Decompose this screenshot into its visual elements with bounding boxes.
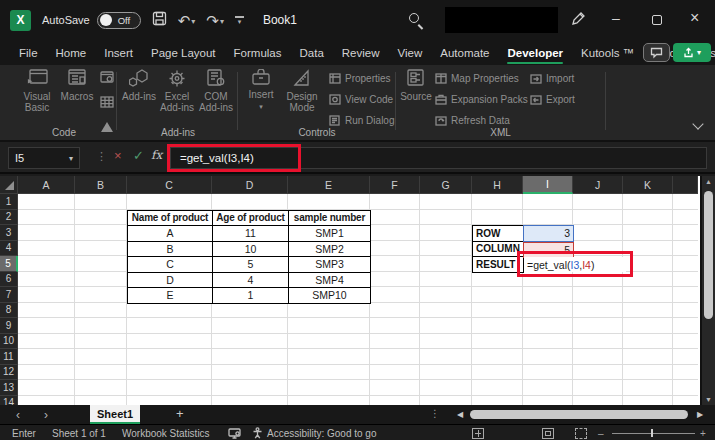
row-header-6[interactable]: 6 <box>0 272 18 288</box>
row-header-7[interactable]: 7 <box>0 287 18 303</box>
column-header-j[interactable]: J <box>573 176 623 194</box>
table-cell[interactable]: E <box>128 288 213 304</box>
tab-data[interactable]: Data <box>291 40 333 65</box>
zoom-slider[interactable] <box>612 433 695 434</box>
table-cell[interactable]: 1 <box>213 288 289 304</box>
column-header-e[interactable]: E <box>288 176 370 194</box>
normal-view-icon[interactable] <box>472 425 484 440</box>
customize-quick-access-icon[interactable]: ▾ <box>235 16 244 24</box>
enter-icon[interactable]: ✓ <box>133 148 144 163</box>
scroll-up-icon[interactable]: ▲ <box>702 178 715 185</box>
lookup-label-column[interactable]: COLUMN <box>472 241 524 258</box>
column-header-f[interactable]: F <box>370 176 420 194</box>
export-button[interactable]: Export <box>530 94 575 105</box>
design-mode-button[interactable]: Design Mode <box>281 69 323 113</box>
share-button[interactable]: ▾ <box>673 43 711 62</box>
table-header-cell[interactable]: Name of product <box>128 211 213 227</box>
record-macro-icon[interactable] <box>100 69 114 87</box>
macros-button[interactable]: Macros <box>58 69 96 102</box>
map-properties-button[interactable]: Map Properties <box>435 73 519 84</box>
scroll-down-icon[interactable]: ▼ <box>702 396 715 403</box>
visual-basic-button[interactable]: Visual Basic <box>16 69 58 113</box>
excel-addins-button[interactable]: Excel Add-ins <box>158 69 196 113</box>
row-header-10[interactable]: 10 <box>0 334 18 350</box>
scroll-left-icon[interactable]: ◀ <box>457 410 463 419</box>
row-header-3[interactable]: 3 <box>0 225 18 241</box>
autosave-toggle[interactable]: Off <box>97 12 141 29</box>
table-cell[interactable]: SMP4 <box>289 273 371 289</box>
select-all-corner[interactable] <box>0 176 18 194</box>
display-settings-icon[interactable] <box>228 425 241 440</box>
expansion-packs-button[interactable]: Expansion Packs <box>435 94 528 105</box>
table-cell[interactable]: 4 <box>213 273 289 289</box>
tab-page-layout[interactable]: Page Layout <box>142 40 225 65</box>
run-dialog-button[interactable]: Run Dialog <box>329 115 394 126</box>
table-cell[interactable]: 5 <box>213 257 289 273</box>
horizontal-scroll-thumb[interactable] <box>470 410 688 419</box>
column-header-h[interactable]: H <box>472 176 523 194</box>
properties-button[interactable]: Properties <box>329 73 391 84</box>
close-button[interactable]: × <box>690 9 699 27</box>
tab-sheet1[interactable]: Sheet1 <box>90 405 140 424</box>
table-cell[interactable]: 10 <box>213 242 289 258</box>
spreadsheet-grid[interactable]: ABCDEFGHIJK1234567891011121314 Name of p… <box>0 176 715 405</box>
tab-automate[interactable]: Automate <box>431 40 498 65</box>
column-header-a[interactable]: A <box>18 176 75 194</box>
table-cell[interactable]: D <box>128 273 213 289</box>
accessibility-status[interactable]: Accessibility: Good to go <box>267 425 377 440</box>
tab-home[interactable]: Home <box>47 40 96 65</box>
cell-i5-formula-edit[interactable]: =get_val(I3,I4) <box>524 257 626 272</box>
tab-file[interactable]: File <box>10 40 47 65</box>
insert-function-icon[interactable]: fx <box>151 148 162 162</box>
cell-i4-column-value[interactable]: 5 <box>523 242 574 259</box>
table-cell[interactable]: C <box>128 257 213 273</box>
redo-dropdown-icon[interactable]: ▾ <box>220 18 224 26</box>
lookup-label-row[interactable]: ROW <box>472 225 524 242</box>
insert-control-button[interactable]: Insert ▾ <box>243 69 279 111</box>
name-box-dropdown-icon[interactable]: ▾ <box>69 154 73 163</box>
zoom-slider-knob[interactable] <box>651 429 653 437</box>
collapse-ribbon-icon[interactable] <box>692 118 703 129</box>
tab-insert[interactable]: Insert <box>95 40 142 65</box>
cancel-icon[interactable]: × <box>114 148 122 163</box>
row-header-5[interactable]: 5 <box>0 256 18 272</box>
page-layout-view-icon[interactable] <box>542 425 554 440</box>
column-header-c[interactable]: C <box>127 176 212 194</box>
column-header-k[interactable]: K <box>623 176 673 194</box>
zoom-out-icon[interactable]: – <box>598 425 604 440</box>
column-header-d[interactable]: D <box>212 176 288 194</box>
row-header-4[interactable]: 4 <box>0 241 18 257</box>
column-header-b[interactable]: B <box>75 176 127 194</box>
search-icon[interactable] <box>409 13 419 23</box>
addins-button[interactable]: Add-ins <box>121 69 157 102</box>
view-code-button[interactable]: View Code <box>329 94 393 105</box>
table-header-cell[interactable]: sample number <box>289 211 371 227</box>
maximize-button[interactable] <box>652 15 662 25</box>
formula-input[interactable]: =get_val(I3,I4) <box>170 147 707 169</box>
tab-formulas[interactable]: Formulas <box>225 40 291 65</box>
table-cell[interactable]: SMP10 <box>289 288 371 304</box>
relative-references-icon[interactable] <box>100 94 114 112</box>
table-cell[interactable]: B <box>128 242 213 258</box>
row-header-14[interactable]: 14 <box>0 396 18 406</box>
row-header-11[interactable]: 11 <box>0 349 18 365</box>
column-header-g[interactable]: G <box>420 176 472 194</box>
save-icon[interactable] <box>152 11 167 30</box>
row-header-12[interactable]: 12 <box>0 365 18 381</box>
next-sheet-icon[interactable]: › <box>44 405 48 424</box>
undo-dropdown-icon[interactable]: ▾ <box>191 18 195 26</box>
row-header-8[interactable]: 8 <box>0 303 18 319</box>
table-cell[interactable]: SMP3 <box>289 257 371 273</box>
xml-source-button[interactable]: Source <box>399 69 433 102</box>
vertical-scrollbar[interactable]: ▲ ▼ <box>700 176 715 405</box>
cell-i3-row-value[interactable]: 3 <box>523 225 574 242</box>
row-header-1[interactable]: 1 <box>0 194 18 210</box>
name-box[interactable]: I5 ▾ <box>8 147 80 169</box>
row-header-9[interactable]: 9 <box>0 318 18 334</box>
new-sheet-icon[interactable]: + <box>176 406 184 421</box>
redo-button[interactable]: ↷ ▾ <box>206 13 224 28</box>
tab-review[interactable]: Review <box>333 40 389 65</box>
lookup-label-result[interactable]: RESULT <box>472 256 524 273</box>
refresh-data-button[interactable]: Refresh Data <box>435 115 510 126</box>
table-header-cell[interactable]: Age of product <box>213 211 289 227</box>
